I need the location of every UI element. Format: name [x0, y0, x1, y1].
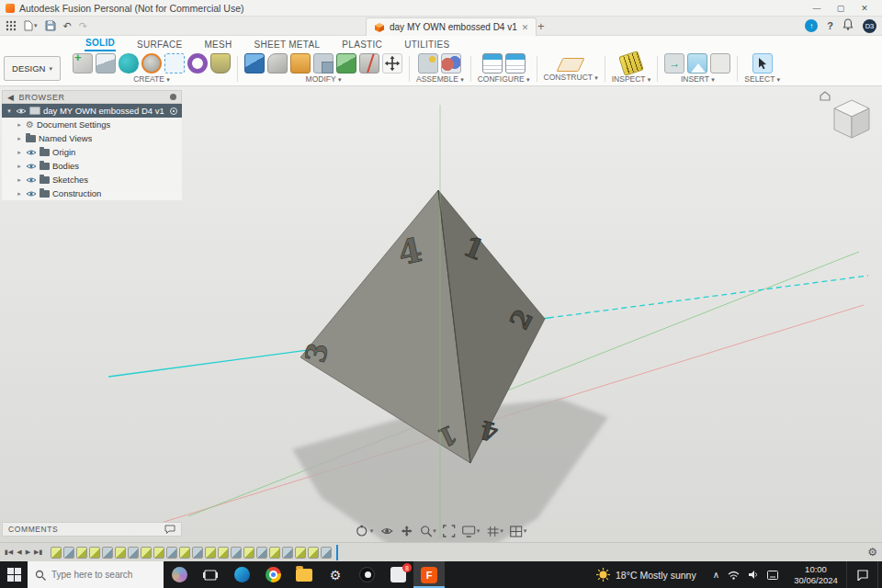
extrude-feature-icon[interactable]	[102, 547, 113, 559]
keyboard-icon[interactable]	[767, 571, 778, 580]
combine-icon[interactable]	[313, 53, 334, 74]
sketch-feature-icon[interactable]	[205, 547, 216, 559]
new-tab-button[interactable]: +	[537, 19, 545, 33]
create-group-button[interactable]: CREATE ▾	[133, 74, 170, 84]
show-desktop-button[interactable]	[877, 561, 882, 588]
torus-icon[interactable]	[187, 53, 208, 74]
sketch-feature-icon[interactable]	[141, 547, 152, 559]
expand-caret-icon[interactable]: ▸	[16, 121, 23, 129]
decal-icon[interactable]	[687, 53, 707, 74]
sketch-feature-icon[interactable]	[153, 547, 164, 559]
browser-item-bodies[interactable]: ▸ Bodies	[2, 159, 182, 173]
construction-plane-icon[interactable]	[557, 58, 585, 72]
expand-caret-icon[interactable]: ▸	[16, 176, 23, 184]
sketch-feature-icon[interactable]	[51, 547, 62, 559]
expand-caret-icon[interactable]: ▸	[16, 135, 23, 142]
visibility-eye-icon[interactable]	[16, 107, 27, 115]
comments-panel[interactable]: COMMENTS	[2, 522, 182, 537]
design-dropdown[interactable]: DESIGN▾	[4, 56, 61, 81]
expand-caret-icon[interactable]: ▸	[16, 190, 23, 198]
shell-icon[interactable]	[290, 53, 311, 74]
zoom-icon[interactable]: ▾	[418, 524, 437, 538]
extrude-feature-icon[interactable]	[321, 547, 332, 559]
start-button[interactable]	[0, 561, 28, 588]
sketch-feature-icon[interactable]	[218, 547, 229, 559]
look-at-icon[interactable]	[379, 524, 394, 538]
sketch-feature-icon[interactable]	[179, 547, 190, 559]
visibility-eye-icon[interactable]	[26, 163, 37, 170]
sketch-feature-icon[interactable]	[308, 547, 319, 559]
minimize-button[interactable]: —	[805, 4, 829, 13]
taskbar-search[interactable]	[28, 561, 164, 588]
edge-icon[interactable]	[226, 561, 257, 588]
action-center-icon[interactable]	[846, 561, 877, 588]
view-cube[interactable]	[820, 92, 869, 138]
inspect-group-button[interactable]: INSPECT ▾	[612, 74, 651, 84]
move-copy-icon[interactable]	[382, 53, 402, 74]
coil-icon[interactable]	[210, 53, 231, 74]
revolve-icon[interactable]	[141, 53, 162, 74]
file-explorer-icon[interactable]	[288, 561, 320, 588]
close-tab-icon[interactable]: ✕	[522, 23, 529, 32]
press-pull-icon[interactable]	[244, 53, 265, 74]
collapse-panel-icon[interactable]: ◀	[7, 93, 14, 102]
sketch-feature-icon[interactable]	[89, 547, 100, 559]
fit-icon[interactable]	[442, 524, 457, 538]
tab-sheet-metal[interactable]: SHEET METAL	[254, 38, 322, 51]
extrude-feature-icon[interactable]	[192, 547, 203, 559]
tab-solid[interactable]: SOLID	[85, 36, 116, 51]
browser-header[interactable]: ◀ BROWSER	[2, 90, 182, 104]
configure-group-button[interactable]: CONFIGURE ▾	[478, 74, 530, 84]
assemble-group-button[interactable]: ASSEMBLE ▾	[416, 74, 464, 84]
sketch-feature-icon[interactable]	[269, 547, 280, 559]
volume-icon[interactable]	[748, 570, 759, 580]
app-grid-icon[interactable]	[6, 20, 17, 31]
extrude-feature-icon[interactable]	[128, 547, 139, 559]
tab-plastic[interactable]: PLASTIC	[341, 38, 383, 51]
expand-caret-icon[interactable]: ▾	[6, 107, 13, 115]
browser-item-sketches[interactable]: ▸ Sketches	[2, 173, 182, 187]
grid-settings-icon[interactable]: ▾	[485, 525, 504, 538]
expand-caret-icon[interactable]: ▸	[16, 149, 23, 156]
viewports-icon[interactable]: ▾	[509, 525, 528, 538]
orbit-icon[interactable]: ▾	[355, 524, 375, 538]
tab-surface[interactable]: SURFACE	[136, 38, 183, 51]
tab-utilities[interactable]: UTILITIES	[403, 38, 450, 51]
file-menu-icon[interactable]: ▾	[24, 20, 38, 31]
extrude-feature-icon[interactable]	[282, 547, 293, 559]
taskbar-weather[interactable]: 18°C Mostly sunny	[587, 561, 706, 588]
sketch-feature-icon[interactable]	[76, 547, 87, 559]
insert-group-button[interactable]: INSERT ▾	[681, 74, 715, 84]
expand-caret-icon[interactable]: ▸	[16, 163, 23, 170]
activate-component-radio[interactable]	[170, 107, 177, 115]
create-form-icon[interactable]	[119, 53, 139, 74]
viewport[interactable]: 4 1 3 2 1 4 ◀ B	[0, 86, 882, 542]
tray-expand-chevron-icon[interactable]: ∧	[713, 570, 719, 580]
browser-item-construction[interactable]: ▸ Construction	[2, 187, 182, 200]
go-to-start-button[interactable]: ▮◀	[5, 548, 13, 556]
offset-face-icon[interactable]	[336, 53, 356, 74]
sketch-feature-icon[interactable]	[295, 547, 306, 559]
visibility-eye-icon[interactable]	[26, 176, 37, 184]
panel-options-icon[interactable]	[170, 94, 176, 100]
split-body-icon[interactable]	[359, 53, 379, 74]
visibility-eye-icon[interactable]	[26, 149, 37, 156]
save-icon[interactable]	[45, 20, 56, 31]
chrome-icon[interactable]	[257, 561, 288, 588]
maximize-button[interactable]: ▢	[829, 4, 853, 13]
pattern-icon[interactable]	[164, 53, 185, 74]
extrude-feature-icon[interactable]	[166, 547, 177, 559]
extrude-feature-icon[interactable]	[256, 547, 267, 559]
taskbar-clock[interactable]: 10:00 30/06/2024	[786, 561, 846, 588]
configure-features-icon[interactable]	[505, 53, 526, 74]
redo-icon[interactable]: ↷	[79, 20, 87, 32]
display-settings-icon[interactable]: ▾	[461, 525, 481, 538]
assemble-component-icon[interactable]	[418, 53, 438, 74]
select-tool-icon[interactable]	[752, 53, 773, 74]
construct-group-button[interactable]: CONSTRUCT ▾	[544, 73, 598, 82]
close-button[interactable]: ✕	[853, 4, 876, 13]
browser-item-document-settings[interactable]: ▸ ⚙ Document Settings	[2, 118, 182, 131]
undo-icon[interactable]: ↶	[63, 20, 72, 32]
select-group-button[interactable]: SELECT ▾	[744, 74, 780, 84]
network-icon[interactable]	[728, 570, 740, 580]
